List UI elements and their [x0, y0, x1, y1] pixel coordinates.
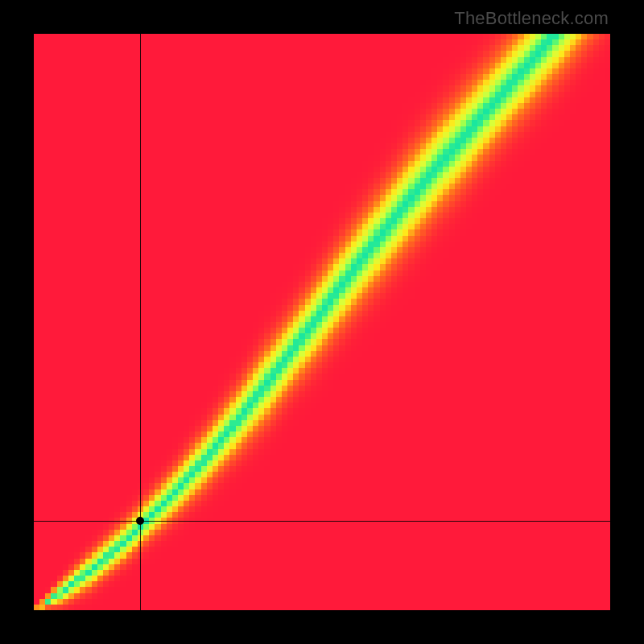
watermark-text: TheBottleneck.com: [454, 8, 609, 29]
chart-frame: TheBottleneck.com: [0, 0, 644, 644]
plot-area: [34, 34, 610, 610]
heatmap-canvas: [34, 34, 610, 610]
